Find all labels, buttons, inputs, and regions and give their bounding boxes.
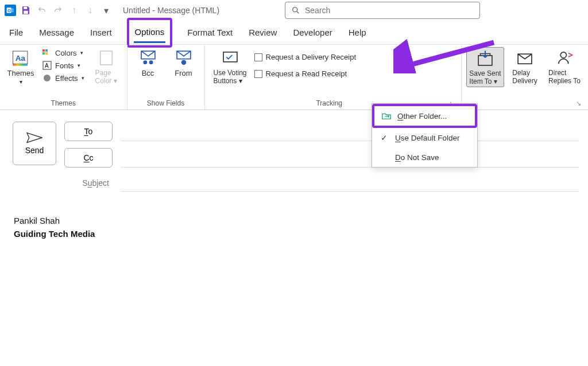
send-label: Send bbox=[25, 146, 44, 155]
svg-point-14 bbox=[44, 75, 51, 81]
folder-arrow-icon bbox=[381, 111, 392, 121]
subject-input[interactable] bbox=[121, 174, 579, 192]
show-fields-group-label: Show Fields bbox=[147, 98, 184, 110]
tab-review[interactable]: Review bbox=[247, 23, 278, 42]
to-label: To bbox=[84, 127, 93, 136]
svg-text:A: A bbox=[45, 63, 49, 69]
tab-file[interactable]: File bbox=[8, 23, 24, 42]
svg-rect-9 bbox=[45, 49, 48, 52]
delivery-receipt-checkbox[interactable]: Request a Delivery Receipt bbox=[254, 52, 357, 63]
delay-delivery-label: DelayDelivery bbox=[512, 69, 537, 85]
cc-button[interactable]: Cc bbox=[64, 148, 113, 168]
colors-button[interactable]: Colors ▾ bbox=[40, 47, 87, 59]
svg-point-18 bbox=[149, 60, 153, 64]
tab-message[interactable]: Message bbox=[38, 23, 75, 42]
svg-rect-2 bbox=[24, 7, 27, 9]
qat-redo-button[interactable] bbox=[52, 4, 64, 17]
qat-next-button[interactable]: ↓ bbox=[84, 4, 96, 17]
direct-replies-label: DirectReplies To bbox=[548, 69, 581, 85]
page-color-button[interactable]: PageColor ▾ bbox=[90, 47, 122, 86]
search-icon bbox=[291, 6, 300, 15]
svg-text:Aa: Aa bbox=[16, 54, 26, 63]
svg-rect-15 bbox=[100, 51, 111, 65]
use-default-label: Use Default Folder bbox=[395, 134, 460, 142]
use-voting-label: Use VotingButtons ▾ bbox=[213, 69, 246, 85]
more-options-dialog-launcher[interactable]: ↘ bbox=[576, 100, 581, 107]
svg-point-24 bbox=[560, 52, 566, 58]
svg-point-20 bbox=[181, 60, 186, 65]
delay-delivery-button[interactable]: DelayDelivery bbox=[508, 47, 542, 86]
group-tracking: Use VotingButtons ▾ Request a Delivery R… bbox=[205, 45, 462, 110]
read-receipt-checkbox[interactable]: Request a Read Receipt bbox=[254, 68, 357, 79]
read-receipt-label: Request a Read Receipt bbox=[266, 69, 347, 78]
save-sent-label: Save SentItem To ▾ bbox=[469, 69, 501, 85]
from-button[interactable]: From bbox=[168, 47, 200, 79]
page-color-label: PageColor ▾ bbox=[95, 69, 117, 85]
annotation-highlight-options: Options bbox=[127, 18, 173, 48]
title-bar: O ↑ ↓ ▾ Untitled - Message (HTML) bbox=[0, 0, 588, 21]
tab-help[interactable]: Help bbox=[347, 23, 368, 42]
tab-developer[interactable]: Developer bbox=[292, 23, 333, 42]
fonts-label: Fonts bbox=[55, 61, 74, 70]
ribbon-tabs: File Message Insert Options Format Text … bbox=[0, 21, 588, 45]
bcc-button[interactable]: Bcc bbox=[132, 47, 164, 79]
checkmark-icon: ✓ bbox=[379, 133, 389, 143]
effects-label: Effects bbox=[55, 74, 78, 83]
compose-area: Send To Cc Subject bbox=[0, 110, 588, 197]
signature-org: Guiding Tech Media bbox=[14, 228, 574, 241]
to-input[interactable] bbox=[121, 122, 579, 141]
search-input[interactable] bbox=[305, 6, 474, 15]
qat-undo-button[interactable] bbox=[36, 4, 48, 17]
group-more-options: Save SentItem To ▾ DelayDelivery DirectR… bbox=[462, 45, 588, 110]
tab-format-text[interactable]: Format Text bbox=[186, 23, 234, 42]
to-button[interactable]: To bbox=[64, 122, 113, 141]
themes-label: Themes bbox=[7, 69, 34, 77]
from-label: From bbox=[175, 69, 192, 77]
svg-rect-11 bbox=[45, 52, 48, 54]
save-sent-item-dropdown: Other Folder... ✓ Use Default Folder Do … bbox=[372, 103, 478, 168]
tab-options[interactable]: Options bbox=[134, 22, 166, 43]
window-title: Untitled - Message (HTML) bbox=[123, 6, 219, 15]
svg-point-17 bbox=[143, 60, 147, 64]
message-body[interactable]: Pankil Shah Guiding Tech Media bbox=[0, 197, 588, 258]
effects-button[interactable]: Effects ▾ bbox=[40, 72, 87, 84]
options-ribbon: Aa Themes▾ Colors ▾ AFonts ▾ Effects ▾ P… bbox=[0, 45, 588, 110]
svg-text:O: O bbox=[7, 9, 11, 13]
direct-replies-to-button[interactable]: DirectReplies To bbox=[546, 47, 583, 86]
themes-group-label: Themes bbox=[51, 98, 76, 110]
dropdown-use-default-folder[interactable]: ✓ Use Default Folder bbox=[372, 128, 477, 147]
cc-label: Cc bbox=[83, 153, 93, 162]
outlook-app-icon: O bbox=[5, 5, 16, 16]
subject-label: Subject bbox=[64, 178, 113, 188]
dropdown-do-not-save[interactable]: Do Not Save bbox=[372, 147, 477, 167]
colors-label: Colors bbox=[55, 49, 77, 57]
qat-customize-button[interactable]: ▾ bbox=[100, 4, 113, 17]
bcc-label: Bcc bbox=[142, 69, 154, 77]
qat-save-button[interactable] bbox=[20, 4, 32, 17]
svg-rect-3 bbox=[24, 11, 28, 14]
delivery-receipt-label: Request a Delivery Receipt bbox=[266, 53, 357, 61]
use-voting-buttons[interactable]: Use VotingButtons ▾ bbox=[210, 47, 251, 86]
dropdown-other-folder[interactable]: Other Folder... bbox=[374, 106, 475, 126]
other-folder-label: Other Folder... bbox=[397, 112, 447, 120]
signature-name: Pankil Shah bbox=[14, 215, 574, 228]
cc-input[interactable] bbox=[121, 148, 579, 168]
fonts-button[interactable]: AFonts ▾ bbox=[40, 60, 87, 71]
save-sent-item-to-button[interactable]: Save SentItem To ▾ bbox=[466, 47, 504, 87]
svg-rect-8 bbox=[42, 49, 45, 52]
tab-insert[interactable]: Insert bbox=[89, 23, 113, 42]
themes-button[interactable]: Aa Themes▾ bbox=[5, 47, 37, 86]
qat-prev-button[interactable]: ↑ bbox=[68, 4, 80, 17]
svg-rect-10 bbox=[42, 52, 45, 54]
svg-point-4 bbox=[293, 7, 297, 12]
send-button[interactable]: Send bbox=[13, 122, 56, 165]
search-box[interactable] bbox=[285, 2, 480, 19]
do-not-save-label: Do Not Save bbox=[395, 153, 439, 162]
group-show-fields: Bcc From Show Fields bbox=[127, 45, 205, 110]
svg-rect-7 bbox=[13, 64, 28, 65]
group-themes: Aa Themes▾ Colors ▾ AFonts ▾ Effects ▾ P… bbox=[0, 45, 127, 110]
